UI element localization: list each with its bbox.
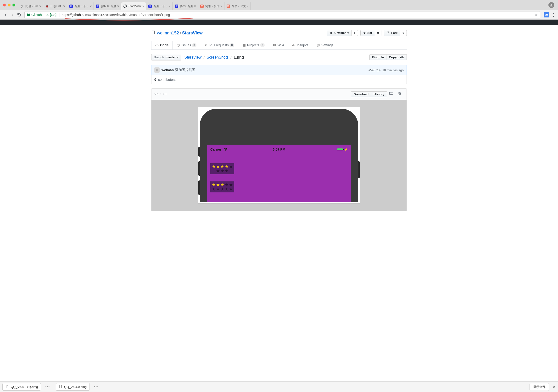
repo-actions: Unwatch ▾ 1 ★ Star 0 Fork 0 [327,30,407,36]
forward-button[interactable] [9,11,16,18]
crumb-root[interactable]: StarsView [184,55,201,59]
tab-pulls[interactable]: Pull requests 0 [201,41,238,50]
window-controls [3,4,15,7]
window-close-button[interactable] [3,4,6,7]
file-size: 57.3 KB [154,92,166,96]
url-text: https://github.com/weiman152/StarsView/b… [62,13,170,17]
browser-toolbar: GitHub, Inc. [US] | https://github.com/w… [0,10,558,20]
tab-close-icon[interactable]: × [194,4,196,8]
carrier-label: Carrier [210,148,221,151]
stars-widget-1: ★★★★★ ★★★ [210,163,234,174]
browser-tab[interactable]: 度百度一下，× [146,2,173,10]
address-bar[interactable]: GitHub, Inc. [US] | https://github.com/w… [24,11,540,18]
tab-close-icon[interactable]: × [142,4,144,8]
commit-author[interactable]: weiman [162,68,174,72]
tab-title: 百度一下， [153,4,168,8]
screenshot-image: Carrier 6:07 PM ⚡ [198,107,360,204]
file-content: Carrier 6:07 PM ⚡ [151,100,407,211]
github-header-bar [0,20,558,25]
star-button[interactable]: ★ Star [360,30,375,36]
history-button[interactable]: History [371,91,387,97]
crumb-dir[interactable]: ScreenShots [207,55,229,59]
tab-close-icon[interactable]: × [39,4,41,8]
tab-wiki[interactable]: Wiki [269,41,288,50]
browser-tab[interactable]: StarsView× [121,2,146,10]
phone-time: 6:07 PM [273,148,286,151]
tab-close-icon[interactable]: × [220,4,222,8]
tab-close-icon[interactable]: × [90,4,92,8]
browser-tab[interactable]: 度百度一下，× [67,2,94,10]
tab-favicon-icon: 简 [200,4,204,8]
browser-tab[interactable]: 度简书_百度× [173,2,198,10]
bookmark-star-icon[interactable]: ☆ [535,13,538,17]
watch-button[interactable]: Unwatch ▾ [327,30,351,36]
reload-button[interactable] [16,11,23,18]
battery-icon: ⚡ [337,148,348,151]
tab-title: 简书 - 创作 [205,4,219,8]
tab-close-icon[interactable]: × [63,4,65,8]
file-nav: Branch: master ▾ StarsView / ScreenShots… [151,54,407,60]
repo-owner-link[interactable]: weiman152 [157,31,179,36]
profile-avatar-icon[interactable] [549,2,554,8]
fork-button[interactable]: Fork [384,30,400,36]
secure-origin-label: GitHub, Inc. [US] [31,13,56,17]
desktop-icon[interactable] [387,91,395,98]
file-box: 57.3 KB Download History [151,88,407,211]
tab-favicon-icon: 度 [175,4,178,8]
svg-rect-1 [27,14,30,16]
wifi-icon [224,148,227,151]
repo-nav: Code Issues 0 Pull requests 0 Projects 0… [151,41,407,50]
tab-code[interactable]: Code [151,41,173,50]
back-button[interactable] [2,11,9,18]
tab-favicon-icon: 🕊 [20,4,24,8]
contributors-box: 0 contributors [151,75,407,84]
tab-favicon-icon: 度 [96,4,100,8]
repo-title: weiman152 / StarsView [151,31,203,36]
tab-title: 简书_百度 [180,4,193,8]
watch-count[interactable]: 1 [351,30,358,36]
window-minimize-button[interactable] [8,4,10,7]
repo-name-link[interactable]: StarsView [182,31,203,35]
tab-title: 百度一下， [74,4,89,8]
browser-tab[interactable]: 度github_百度× [94,2,121,10]
fork-count[interactable]: 0 [400,30,407,36]
extension-badge[interactable]: JH [544,12,549,17]
star-count[interactable]: 0 [375,30,382,36]
repo-icon [151,31,155,36]
window-maximize-button[interactable] [12,4,15,7]
tab-close-icon[interactable]: × [169,4,171,8]
browser-tab-strip: 🕊闭包 - Swi×🐞Bug List×度百度一下，×度github_百度×St… [0,0,558,10]
browser-menu-button[interactable]: ⋮ [551,12,556,17]
commit-message[interactable]: 添加图片截图 [175,68,195,72]
browser-tab[interactable]: 🐞Bug List× [43,2,67,10]
tab-close-icon[interactable]: × [247,4,249,8]
tab-projects[interactable]: Projects 0 [238,41,269,50]
browser-tab[interactable]: 🕊闭包 - Swi× [18,2,43,10]
delete-icon[interactable] [395,91,404,98]
commit-avatar[interactable] [154,67,160,73]
tab-favicon-icon: 简 [226,4,230,8]
lock-icon [27,13,30,17]
commit-time: 10 minutes ago [382,68,404,72]
tab-close-icon[interactable]: × [117,4,119,8]
download-button[interactable]: Download [351,91,371,97]
svg-point-0 [550,4,552,5]
tab-title: 简书 - 写文 [232,4,246,8]
tab-favicon-icon: 🐞 [45,4,49,8]
browser-tab[interactable]: 简简书 - 写文× [225,2,251,10]
branch-select[interactable]: Branch: master ▾ [151,54,181,60]
caret-icon: ▾ [348,31,349,35]
tabs-container: 🕊闭包 - Swi×🐞Bug List×度百度一下，×度github_百度×St… [18,0,547,10]
commit-sha[interactable]: a5a5714 [368,68,381,72]
breadcrumb: StarsView / ScreenShots / 1.png [184,55,244,59]
svg-point-4 [156,69,157,70]
caret-icon: ▾ [177,55,179,59]
tab-favicon-icon: 度 [148,4,152,8]
find-file-button[interactable]: Find file [369,54,387,60]
commit-box: weiman 添加图片截图 a5a5714 10 minutes ago [151,65,407,75]
tab-issues[interactable]: Issues 0 [173,41,201,50]
tab-settings[interactable]: Settings [313,41,338,50]
browser-tab[interactable]: 简简书 - 创作× [198,2,225,10]
tab-insights[interactable]: Insights [288,41,312,50]
copy-path-button[interactable]: Copy path [386,54,407,60]
